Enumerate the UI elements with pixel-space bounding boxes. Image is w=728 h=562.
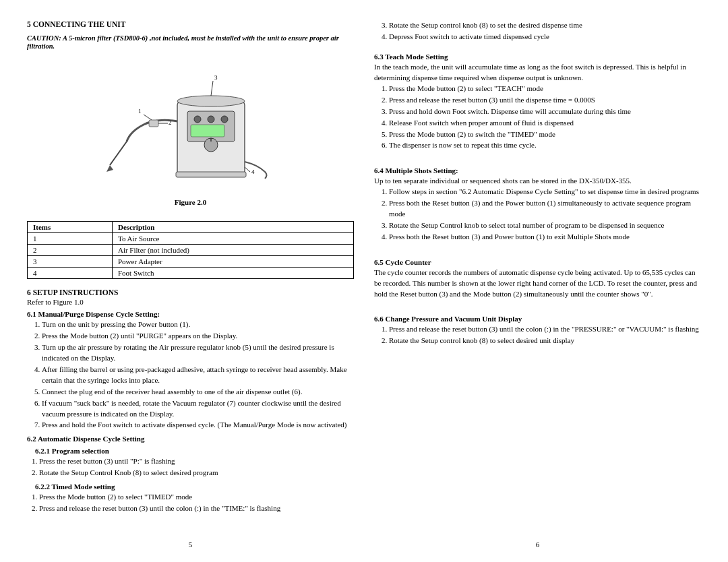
table-header-items: Items [28, 222, 113, 233]
figure-container: 1 2 3 4 Figure 2.0 [27, 61, 354, 206]
svg-line-19 [245, 167, 250, 172]
list-item: Rotate the Setup Control knob to select … [389, 220, 701, 231]
list-item: The dispenser is now set to repeat this … [389, 140, 701, 151]
table-header-description: Description [112, 222, 353, 233]
section66: 6.6 Change Pressure and Vacuum Unit Disp… [374, 311, 701, 347]
sub622-title: 6.2.2 Timed Mode setting [35, 482, 354, 491]
sub63-list: Press the Mode button (2) to select "TEA… [389, 84, 701, 152]
table-row: 3Power Adapter [28, 256, 354, 268]
figure-image: 1 2 3 4 [103, 61, 278, 195]
list-item: Press the Mode button (2) to select "TIM… [39, 492, 354, 503]
svg-rect-6 [191, 125, 224, 137]
table-row: 2Air Filter (not included) [28, 245, 354, 256]
list-item: Press and release the reset button (3) u… [39, 503, 354, 514]
svg-line-17 [211, 81, 213, 96]
list-item: Press and hold down Foot switch. Dispens… [389, 106, 701, 117]
sub65-text: The cycle counter records the numbers of… [374, 268, 701, 300]
sub63-intro: In the teach mode, the unit will accumul… [374, 62, 701, 84]
left-page-number: 5 [27, 534, 354, 549]
sub62-title: 6.2 Automatic Dispense Cycle Setting [27, 435, 354, 443]
section6-title: 6 SETUP INSTRUCTIONS [27, 288, 354, 296]
svg-text:2: 2 [169, 119, 172, 126]
sub63-title: 6.3 Teach Mode Setting [374, 53, 701, 61]
section65: 6.5 Cycle Counter The cycle counter reco… [374, 254, 701, 300]
caution-text: CAUTION: A 5-micron filter (TSD800-6) ,n… [27, 34, 354, 50]
sub61-title: 6.1 Manual/Purge Dispense Cycle Setting: [27, 310, 354, 318]
list-item: Rotate the Setup Control Knob (8) to sel… [39, 468, 354, 478]
list-item: Connect the plug end of the receiver hea… [42, 387, 354, 398]
list-item: Turn on the unit by pressing the Power b… [42, 319, 354, 330]
sub621-list: Press the reset button (3) until "P:" is… [39, 456, 354, 478]
svg-point-5 [221, 116, 228, 123]
sub64-title: 6.4 Multiple Shots Setting: [374, 166, 701, 175]
table-row: 1To Air Source [28, 233, 354, 245]
right-intro: Rotate the Setup control knob (8) to set… [374, 20, 701, 43]
list-item: Depress Foot switch to activate timed di… [389, 32, 701, 42]
svg-rect-20 [176, 172, 246, 177]
list-item: Press both the Reset button (3) and the … [389, 198, 701, 220]
sub61-list: Turn on the unit by pressing the Power b… [42, 319, 354, 431]
section63: 6.3 Teach Mode Setting In the teach mode… [374, 49, 701, 152]
right-page-number: 6 [374, 534, 701, 549]
svg-line-9 [110, 142, 127, 165]
sub65-title: 6.5 Cycle Counter [374, 258, 701, 266]
list-item: Press and release the reset button (3) u… [389, 324, 701, 335]
list-item: Turn up the air pressure by rotating the… [42, 342, 354, 364]
items-table: Items Description 1To Air Source2Air Fil… [27, 221, 354, 279]
list-item: If vacuum "suck back" is needed, rotate … [42, 398, 354, 420]
svg-text:3: 3 [214, 74, 218, 81]
svg-text:1: 1 [138, 108, 142, 115]
list-item: Release Foot switch when proper amount o… [389, 118, 701, 129]
figure-caption: Figure 2.0 [175, 198, 206, 206]
list-item: Rotate the Setup control knob (8) to sel… [389, 336, 701, 346]
section64: 6.4 Multiple Shots Setting: Up to ten se… [374, 162, 701, 243]
list-item: Follow steps in section "6.2 Automatic D… [389, 187, 701, 197]
right-intro-list: Rotate the Setup control knob (8) to set… [389, 20, 701, 42]
list-item: Press both the Reset button (3) and Powe… [389, 232, 701, 243]
section5-title: 5 CONNECTING THE UNIT [27, 20, 354, 28]
svg-point-1 [177, 96, 245, 106]
page-container: 5 CONNECTING THE UNIT CAUTION: A 5-micro… [0, 0, 728, 562]
svg-line-12 [144, 115, 152, 120]
list-item: Press the reset button (3) until "P:" is… [39, 456, 354, 467]
refer-text: Refer to Figure 1.0 [27, 298, 354, 306]
svg-point-4 [208, 116, 214, 123]
sub64-intro: Up to ten separate individual or sequenc… [374, 176, 701, 187]
list-item: Press and release the reset button (3) u… [389, 95, 701, 106]
svg-marker-10 [107, 165, 113, 172]
svg-text:4: 4 [251, 168, 255, 175]
sub66-title: 6.6 Change Pressure and Vacuum Unit Disp… [374, 315, 701, 323]
left-column: 5 CONNECTING THE UNIT CAUTION: A 5-micro… [27, 20, 354, 549]
list-item: Rotate the Setup control knob (8) to set… [389, 20, 701, 31]
list-item: After filling the barrel or using pre-pa… [42, 365, 354, 386]
svg-point-3 [194, 116, 201, 123]
list-item: Press the Mode button (2) to switch the … [389, 129, 701, 140]
list-item: Press the Mode button (2) to select "TEA… [389, 84, 701, 94]
list-item: Press and hold the Foot switch to activa… [42, 420, 354, 431]
sub622-list: Press the Mode button (2) to select "TIM… [39, 492, 354, 514]
table-row: 4Foot Switch [28, 268, 354, 279]
svg-rect-13 [149, 120, 158, 127]
list-item: Press the Mode button (2) until "PURGE" … [42, 331, 354, 342]
right-column: Rotate the Setup control knob (8) to set… [374, 20, 701, 549]
sub66-list: Press and release the reset button (3) u… [389, 324, 701, 346]
section6: 6 SETUP INSTRUCTIONS Refer to Figure 1.0… [27, 288, 354, 515]
sub64-list: Follow steps in section "6.2 Automatic D… [389, 187, 701, 243]
sub621-title: 6.2.1 Program selection [35, 447, 354, 455]
